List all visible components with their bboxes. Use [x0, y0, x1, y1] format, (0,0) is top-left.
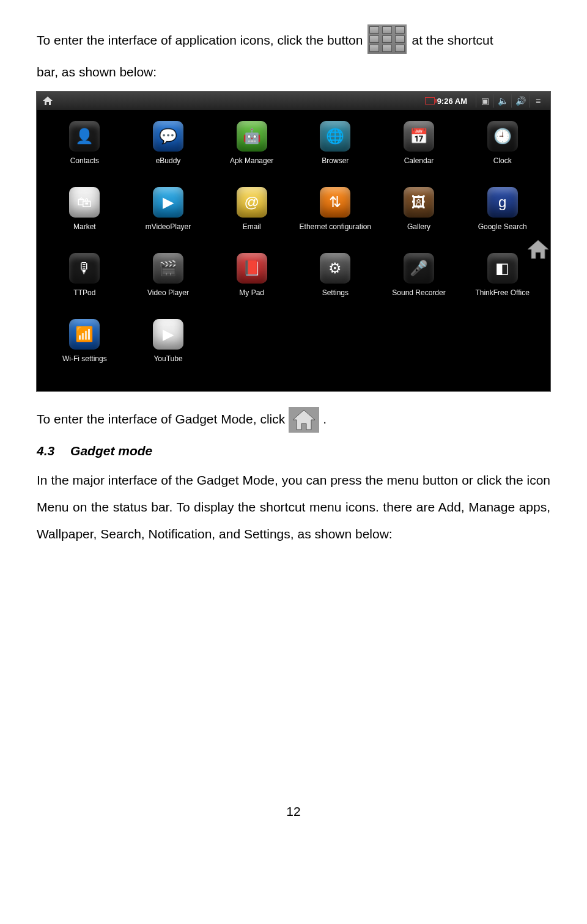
app-mvideoplayer-icon: ▶	[153, 187, 183, 218]
app-email[interactable]: @Email	[210, 187, 294, 249]
menu-icon[interactable]: ≡	[529, 94, 547, 108]
section-number: 4.3	[37, 444, 54, 458]
app-label: Contacts	[70, 156, 99, 165]
app-thinkfree-office[interactable]: ◧ThinkFree Office	[460, 253, 544, 315]
app-label: Calendar	[404, 156, 434, 165]
volume-up-icon[interactable]: 🔊	[511, 94, 529, 108]
app-label: Wi-Fi settings	[62, 354, 107, 363]
app-gallery-icon: 🖼	[404, 187, 434, 218]
app-settings-icon: ⚙	[320, 253, 350, 284]
text-segment: To enter the interface of application ic…	[37, 27, 363, 54]
screenshot-app-drawer: 9:26 AM ▣ 🔈 🔊 ≡ 👤Contacts💬eBuddy🤖Apk Man…	[37, 92, 550, 391]
app-contacts[interactable]: 👤Contacts	[43, 121, 127, 183]
app-my-pad[interactable]: 📕My Pad	[210, 253, 294, 315]
home-icon	[289, 407, 319, 433]
page-number: 12	[37, 804, 550, 819]
app-mvideoplayer[interactable]: ▶mVideoPlayer	[127, 187, 210, 249]
app-gallery[interactable]: 🖼Gallery	[377, 187, 461, 249]
app-apk-manager[interactable]: 🤖Apk Manager	[210, 121, 294, 183]
app-settings[interactable]: ⚙Settings	[294, 253, 377, 315]
app-label: TTPod	[73, 288, 95, 297]
app-ethernet-configuration[interactable]: ⇅Ethernet configuration	[294, 187, 377, 249]
app-market-icon: 🛍	[69, 187, 100, 218]
app-youtube[interactable]: ▶YouTube	[127, 319, 210, 381]
app-label: Apk Manager	[230, 156, 273, 165]
section-title: Gadget mode	[70, 444, 152, 458]
app-label: Settings	[322, 288, 349, 297]
text-segment: .	[323, 406, 327, 433]
text-segment: at the shortcut	[412, 27, 493, 54]
app-label: Google Search	[478, 222, 527, 231]
section-heading: 4.3 Gadget mode	[37, 444, 550, 458]
app-label: Email	[243, 222, 261, 231]
app-label: Gallery	[407, 222, 430, 231]
app-ebuddy-icon: 💬	[153, 121, 183, 152]
battery-low-icon	[425, 97, 435, 105]
app-label: Ethernet configuration	[300, 222, 371, 231]
app-sound-recorder[interactable]: 🎤Sound Recorder	[377, 253, 461, 315]
app-browser-icon: 🌐	[320, 121, 350, 152]
status-bar: 9:26 AM ▣ 🔈 🔊 ≡	[37, 92, 550, 110]
app-ttpod-icon: 🎙	[69, 253, 100, 284]
app-wifi-settings-icon: 📶	[69, 319, 100, 350]
app-youtube-icon: ▶	[153, 319, 183, 350]
app-ethernet-configuration-icon: ⇅	[320, 187, 350, 218]
app-grid: 👤Contacts💬eBuddy🤖Apk Manager🌐Browser📅Cal…	[37, 110, 550, 381]
apps-grid-icon	[367, 24, 407, 54]
volume-down-icon[interactable]: 🔈	[493, 94, 511, 108]
text-segment: To enter the interface of Gadget Mode, c…	[37, 406, 285, 433]
app-video-player-icon: 🎬	[153, 253, 183, 284]
app-google-search-icon: g	[487, 187, 518, 218]
app-calendar[interactable]: 📅Calendar	[377, 121, 461, 183]
home-shortcut-icon[interactable]	[525, 237, 552, 262]
app-label: Market	[73, 222, 96, 231]
app-label: ThinkFree Office	[475, 288, 529, 297]
status-time: 9:26 AM	[437, 97, 467, 106]
app-label: Sound Recorder	[392, 288, 445, 297]
app-label: eBuddy	[156, 156, 181, 165]
app-label: Clock	[493, 156, 512, 165]
app-label: My Pad	[239, 288, 264, 297]
app-clock[interactable]: 🕘Clock	[460, 121, 544, 183]
app-label: mVideoPlayer	[146, 222, 191, 231]
app-label: Browser	[322, 156, 349, 165]
app-market[interactable]: 🛍Market	[43, 187, 127, 249]
app-ebuddy[interactable]: 💬eBuddy	[127, 121, 210, 183]
app-apk-manager-icon: 🤖	[237, 121, 267, 152]
app-sound-recorder-icon: 🎤	[404, 253, 434, 284]
app-label: Video Player	[147, 288, 189, 297]
app-my-pad-icon: 📕	[237, 253, 267, 284]
app-thinkfree-office-icon: ◧	[487, 253, 518, 284]
app-clock-icon: 🕘	[487, 121, 518, 152]
app-label: YouTube	[153, 354, 182, 363]
app-wifi-settings[interactable]: 📶Wi-Fi settings	[43, 319, 127, 381]
camera-icon[interactable]: ▣	[476, 94, 493, 108]
app-email-icon: @	[237, 187, 267, 218]
app-browser[interactable]: 🌐Browser	[294, 121, 377, 183]
text-segment: bar, as shown below:	[37, 59, 550, 86]
home-icon[interactable]	[40, 94, 55, 108]
app-video-player[interactable]: 🎬Video Player	[127, 253, 210, 315]
paragraph: In the major interface of the Gadget Mod…	[37, 467, 550, 548]
app-calendar-icon: 📅	[404, 121, 434, 152]
app-ttpod[interactable]: 🎙TTPod	[43, 253, 127, 315]
app-contacts-icon: 👤	[69, 121, 100, 152]
